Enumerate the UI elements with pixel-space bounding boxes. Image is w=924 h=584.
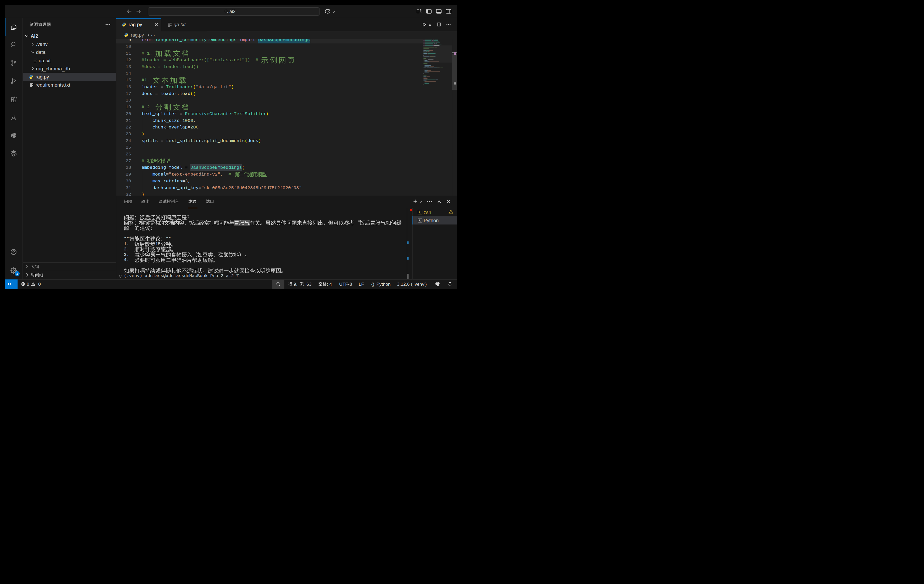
svg-text:{}: {} — [371, 282, 375, 286]
svg-text:1: 1 — [16, 272, 18, 275]
